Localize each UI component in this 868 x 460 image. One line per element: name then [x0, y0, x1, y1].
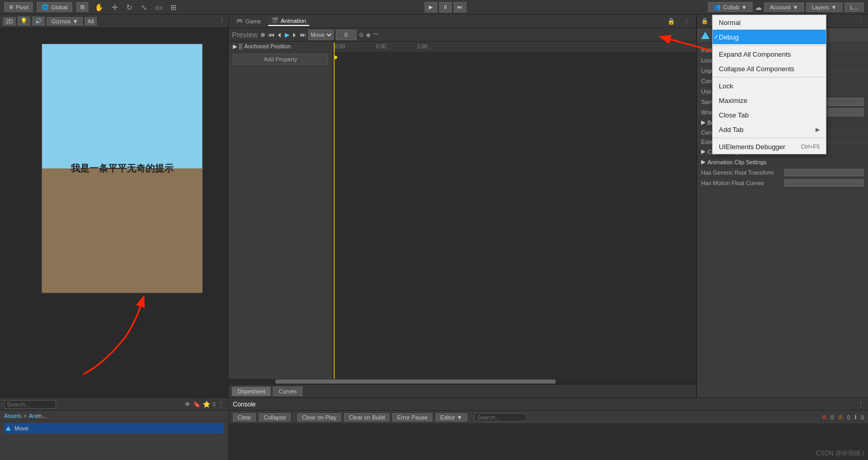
curves-button[interactable]: Curves [273, 387, 303, 396]
console-more-icon[interactable]: ⋮ [858, 401, 864, 408]
scene-toolbar: 2D 💡 🔊 Gizmos ▼ All ⋮ [0, 15, 228, 28]
anim-plus-icon[interactable]: ⊕ [359, 31, 364, 38]
breadcrumb-animation[interactable]: Anim... [29, 413, 46, 419]
dropdown-debug-label: Debug [719, 33, 739, 41]
inspector-lock-icon[interactable]: 🔒 [701, 18, 708, 24]
proj-more-icon[interactable]: ⋮ [218, 401, 224, 408]
dropdown-expand-all-label: Expand All Components [719, 50, 791, 58]
lock-icon[interactable]: 🔒 [665, 18, 677, 25]
bounds-collapse-icon: ▶ [701, 119, 705, 126]
account-button[interactable]: Account ▼ [764, 3, 804, 12]
breadcrumb-assets[interactable]: Assets [4, 413, 21, 419]
all-button[interactable]: All [85, 17, 96, 25]
editor-dropdown-icon: ▼ [457, 414, 463, 420]
dropdown-normal[interactable]: Normal [713, 15, 826, 30]
scale-tool[interactable]: ⤡ [139, 3, 149, 11]
file-move[interactable]: Move [4, 423, 224, 433]
inspector-more-icon[interactable]: ⋮ [858, 18, 864, 24]
layers-label: Layers [812, 4, 829, 10]
console-counts: ⊘ 0 ⚠ 0 ℹ 0 [822, 414, 864, 420]
grid-button[interactable]: ⊞ [76, 2, 88, 12]
inspector-dropdown-menu: Normal ✓ Debug Expand All Components Col… [712, 15, 826, 154]
global-button[interactable]: 🌐 Global [37, 2, 72, 12]
2d-button[interactable]: 2D [3, 17, 16, 25]
all-label: All [87, 18, 94, 24]
time-marker-2: 1:00 [417, 44, 427, 49]
tab-animation-label: Animation [281, 18, 306, 24]
anim-end-icon[interactable]: ⏭ [300, 31, 306, 38]
proj-eye-button[interactable]: 👁 [185, 401, 191, 408]
dropdown-close-tab[interactable]: Close Tab [713, 108, 826, 122]
anim-next-icon[interactable]: ⏵ [292, 31, 298, 38]
console-panel: Console ⋮ Clear Collapse Clear on Play C… [229, 398, 868, 460]
file-move-label: Move [15, 425, 29, 431]
layers-button[interactable]: Layers ▼ [806, 3, 843, 12]
anim-play2-icon[interactable]: ▶ [285, 31, 290, 38]
anim-frame-input[interactable] [336, 30, 357, 40]
clear-on-play-button[interactable]: Clear on Play [297, 413, 341, 422]
dopesheet-button[interactable]: Dopesheet [232, 387, 271, 396]
light-button[interactable]: 💡 [18, 17, 30, 25]
dropdown-maximize[interactable]: Maximize [713, 93, 826, 108]
editor-dropdown-button[interactable]: Editor ▼ [436, 413, 467, 422]
anim-clip-select[interactable]: Move [308, 30, 334, 40]
transform-tool[interactable]: ⊞ [168, 3, 179, 11]
console-toolbar: Clear Collapse Clear on Play Clear on Bu… [229, 411, 868, 424]
tab-animation[interactable]: 🎬 Animation [268, 16, 309, 26]
clear-on-build-button[interactable]: Clear on Build [344, 413, 389, 422]
step-button[interactable]: ⏭ [454, 2, 466, 12]
audio-button[interactable]: 🔊 [32, 17, 45, 25]
anim-clip-icon [701, 32, 709, 39]
debug-check-icon: ✓ [713, 33, 720, 41]
panel-more-icon[interactable]: ⋮ [681, 18, 692, 25]
proj-star-button[interactable]: ⭐ [203, 401, 211, 408]
pause-button[interactable]: ⏸ [439, 2, 452, 12]
timeline-ruler: 0:00 0:30 1:00 [333, 42, 696, 52]
anim-clip-settings-collapse-icon: ▶ [701, 159, 705, 165]
more-icon[interactable]: ⋮ [219, 18, 225, 24]
clear-on-build-label: Clear on Build [349, 414, 385, 420]
clear-button[interactable]: Clear [233, 413, 256, 422]
anim-play-icon[interactable]: ⏮ [268, 31, 274, 38]
gizmos-button[interactable]: Gizmos ▼ [47, 17, 83, 25]
rect-tool[interactable]: ▭ [153, 3, 164, 11]
clip-binding-collapse-icon: ▶ [701, 148, 705, 155]
generic-root-checkbox[interactable] [784, 169, 864, 176]
generic-root-label: Has Generic Root Transform [701, 169, 784, 176]
anim-record-icon[interactable]: ⏺ [260, 31, 266, 38]
curves-label: Curves [279, 388, 297, 395]
hand-tool[interactable]: ✋ [93, 3, 106, 11]
anim-clip-settings-section[interactable]: ▶ Animation Clip Settings [697, 157, 868, 167]
dropdown-divider-3 [713, 138, 826, 138]
dropdown-add-tab[interactable]: Add Tab ▶ [713, 122, 826, 137]
move-tool[interactable]: ✛ [110, 3, 120, 11]
extra-button[interactable]: L... [845, 3, 864, 12]
anim-preview-label: Preview [232, 31, 258, 39]
anim-prev-icon[interactable]: ⏴ [277, 31, 283, 38]
gizmos-dropdown-icon: ▼ [72, 18, 78, 24]
anchored-pos-track[interactable]: ▶ ⣿ Anchored Position [229, 42, 332, 52]
console-header: Console ⋮ [229, 398, 868, 411]
console-sep-1 [294, 413, 294, 422]
dropdown-ui-debugger[interactable]: UIElements Debugger Ctrl+F5 [713, 139, 826, 154]
timeline-scrollbar[interactable] [229, 379, 696, 384]
tab-game[interactable]: 🎮 Game [233, 17, 264, 25]
dropdown-normal-label: Normal [719, 19, 741, 27]
dropdown-debug[interactable]: ✓ Debug [713, 30, 826, 44]
cloud-icon: ☁ [755, 3, 762, 11]
play-button[interactable]: ▶ [425, 2, 437, 12]
dropdown-collapse-all[interactable]: Collapse All Components [713, 61, 826, 76]
add-property-button[interactable]: Add Property [233, 54, 328, 64]
proj-bookmark-button[interactable]: 🔖 [193, 401, 201, 408]
collab-button[interactable]: 👥 Collab ▼ [708, 2, 753, 12]
console-search-input[interactable] [475, 413, 527, 422]
dropdown-lock[interactable]: Lock [713, 78, 826, 93]
pivot-button[interactable]: ⊕ Pivot [4, 2, 33, 12]
error-pause-button[interactable]: Error Pause [392, 413, 432, 422]
anim-tracks: ▶ ⣿ Anchored Position Add Property 0:00 … [229, 42, 696, 379]
motion-float-checkbox[interactable] [784, 179, 864, 187]
dropdown-expand-all[interactable]: Expand All Components [713, 47, 826, 61]
project-search-input[interactable] [4, 400, 56, 409]
collapse-button[interactable]: Collapse [259, 413, 291, 422]
rotate-tool[interactable]: ↻ [124, 3, 135, 11]
